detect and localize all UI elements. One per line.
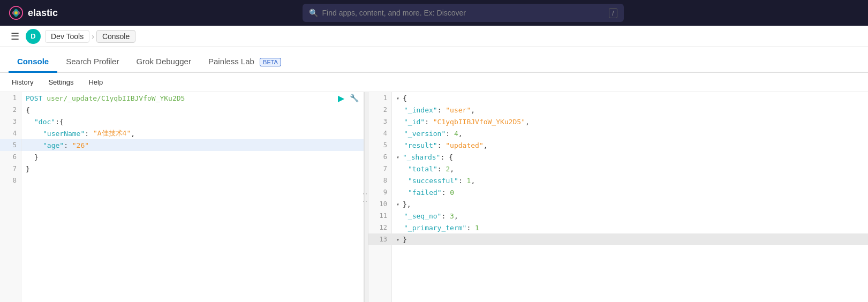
open-brace: { — [26, 106, 30, 114]
editor-line-8 — [21, 175, 364, 186]
hamburger-icon: ☰ — [11, 31, 19, 42]
result-line-13: ▾ } — [392, 233, 868, 245]
tab-console[interactable]: Console — [9, 51, 57, 73]
line-num-3: 3 — [0, 116, 21, 127]
result-line-num-12: 12 — [368, 222, 391, 233]
result-line-num-7: 7 — [368, 163, 391, 175]
help-button[interactable]: Help — [85, 76, 106, 88]
result-line-num-5: 5 — [368, 139, 391, 151]
result-pane: 1 2 3 4 5 6 7 8 9 10 11 12 13 ▾ { — [368, 92, 868, 302]
elastic-brand-text: elastic — [28, 7, 58, 19]
breadcrumb-bar: ☰ D Dev Tools › Console — [0, 26, 868, 47]
line-num-7: 7 — [0, 163, 21, 175]
tab-painless-lab[interactable]: Painless Lab BETA — [200, 51, 290, 73]
result-line-num-6: 6 — [368, 151, 391, 163]
line-num-4: 4 — [0, 127, 21, 139]
result-line-1: ▾ { — [392, 92, 868, 104]
result-code-display: ▾ { "_index": "user", "_id": "C1yqbIIBJV… — [392, 92, 868, 302]
breadcrumb-console[interactable]: Console — [96, 30, 135, 43]
breadcrumb-separator: › — [92, 32, 94, 41]
line-num-5: 5 — [0, 139, 21, 151]
main-content: 1 2 3 4 5 6 7 8 POST user/_update/C1yqbI… — [0, 92, 868, 302]
svg-point-3 — [14, 11, 18, 14]
editor-pane: 1 2 3 4 5 6 7 8 POST user/_update/C1yqbI… — [0, 92, 364, 302]
line-num-1: 1 — [0, 92, 21, 104]
collapse-icon-13[interactable]: ▾ — [396, 237, 403, 243]
line-num-8: 8 — [0, 175, 21, 186]
doc-key: "doc" — [34, 118, 55, 126]
result-line-num-4: 4 — [368, 127, 391, 139]
result-line-numbers: 1 2 3 4 5 6 7 8 9 10 11 12 13 — [368, 92, 392, 302]
slash-shortcut: / — [609, 8, 617, 18]
result-line-11: "_seq_no": 3, — [392, 210, 868, 222]
editor-line-4: "userName": "A佳技术4", — [21, 127, 364, 139]
result-line-9: "failed": 0 — [392, 186, 868, 198]
result-line-num-3: 3 — [368, 116, 391, 127]
history-button[interactable]: History — [9, 76, 36, 88]
line-num-2: 2 — [0, 104, 21, 116]
result-line-num-1: 1 — [368, 92, 391, 104]
editor-line-6: } — [21, 151, 364, 163]
global-search-bar[interactable]: 🔍 / — [303, 4, 624, 22]
result-line-num-10: 10 — [368, 198, 391, 210]
result-line-num-13: 13 — [368, 233, 391, 245]
top-nav: elastic 🔍 / — [0, 0, 868, 26]
age-key: "age" — [43, 141, 64, 149]
result-line-5: "result": "updated", — [392, 139, 868, 151]
result-line-2: "_index": "user", — [392, 104, 868, 116]
search-icon: 🔍 — [309, 9, 318, 17]
elastic-logo: elastic — [9, 5, 58, 20]
result-line-num-11: 11 — [368, 210, 391, 222]
run-buttons: ▶ 🔧 — [336, 93, 359, 103]
method-keyword: POST — [26, 94, 47, 102]
run-button[interactable]: ▶ — [336, 93, 346, 103]
code-area: 1 2 3 4 5 6 7 8 POST user/_update/C1yqbI… — [0, 92, 364, 302]
result-line-3: "_id": "C1yqbIIBJVfoW_YKu2D5", — [392, 116, 868, 127]
user-initial: D — [31, 32, 35, 40]
breadcrumb: Dev Tools › Console — [45, 30, 135, 43]
pane-divider[interactable]: ⋮⋮ — [364, 92, 368, 302]
code-editor[interactable]: POST user/_update/C1yqbIIBJVfoW_YKu2D5 ▶… — [21, 92, 364, 302]
result-line-10: ▾ }, — [392, 198, 868, 210]
result-line-4: "_version": 4, — [392, 127, 868, 139]
result-line-num-9: 9 — [368, 186, 391, 198]
user-avatar[interactable]: D — [26, 29, 41, 44]
global-search-input[interactable] — [322, 9, 605, 17]
hamburger-button[interactable]: ☰ — [9, 28, 21, 44]
result-line-7: "total": 2, — [392, 163, 868, 175]
editor-line-5: "age": "26" — [21, 139, 364, 151]
settings-button[interactable]: Settings — [45, 76, 77, 88]
result-code-area: 1 2 3 4 5 6 7 8 9 10 11 12 13 ▾ { — [368, 92, 868, 302]
line-numbers: 1 2 3 4 5 6 7 8 — [0, 92, 21, 302]
toolbar: History Settings Help — [0, 73, 868, 92]
beta-badge: BETA — [260, 58, 281, 66]
username-key: "userName" — [43, 130, 85, 138]
collapse-icon-10[interactable]: ▾ — [396, 201, 403, 207]
tab-grok-debugger[interactable]: Grok Debugger — [127, 51, 200, 73]
username-val: "A佳技术4" — [93, 129, 131, 138]
tab-bar: Console Search Profiler Grok Debugger Pa… — [0, 47, 868, 73]
result-line-12: "_primary_term": 1 — [392, 222, 868, 233]
editor-line-7: } — [21, 163, 364, 175]
editor-line-2: { — [21, 104, 364, 116]
result-line-6: ▾ "_shards": { — [392, 151, 868, 163]
result-line-num-2: 2 — [368, 104, 391, 116]
collapse-icon-6[interactable]: ▾ — [396, 154, 403, 160]
result-line-8: "successful": 1, — [392, 175, 868, 186]
result-line-num-8: 8 — [368, 175, 391, 186]
tab-search-profiler[interactable]: Search Profiler — [57, 51, 127, 73]
wrench-button[interactable]: 🔧 — [349, 93, 359, 103]
breadcrumb-devtools[interactable]: Dev Tools — [45, 30, 89, 43]
elastic-logo-icon — [9, 5, 24, 20]
age-val: "26" — [72, 141, 89, 149]
editor-line-1: POST user/_update/C1yqbIIBJVfoW_YKu2D5 ▶… — [21, 92, 364, 104]
line-num-6: 6 — [0, 151, 21, 163]
editor-line-3: "doc":{ — [21, 116, 364, 127]
path-value: user/_update/C1yqbIIBJVfoW_YKu2D5 — [47, 94, 185, 102]
collapse-icon-1[interactable]: ▾ — [396, 95, 403, 101]
